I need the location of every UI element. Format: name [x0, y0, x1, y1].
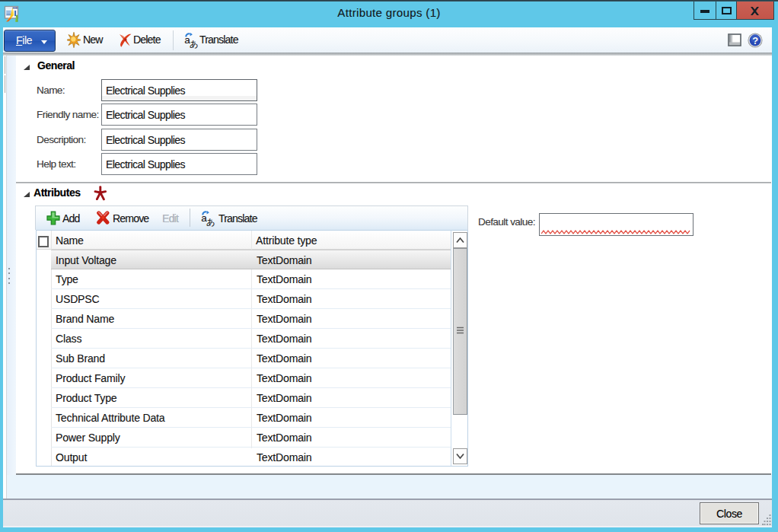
svg-text:あ: あ: [206, 218, 215, 227]
svg-text:?: ?: [752, 35, 758, 46]
svg-text:あ: あ: [190, 40, 199, 49]
